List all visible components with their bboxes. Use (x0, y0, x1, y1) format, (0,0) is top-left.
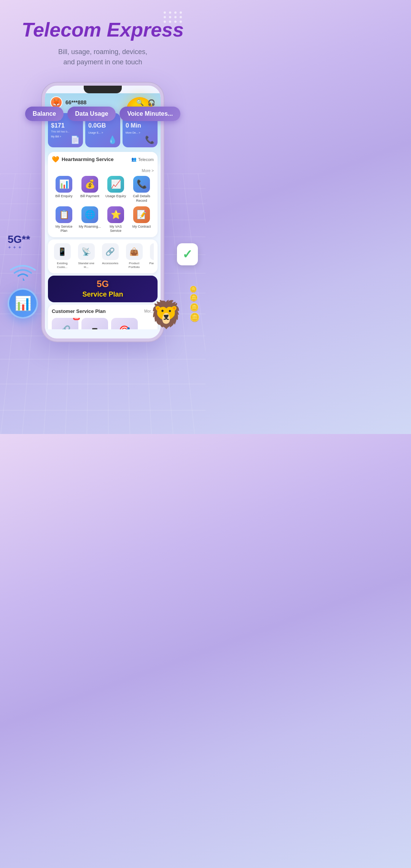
existing-customer-icon: 📱 (54, 243, 71, 260)
portfolio-label: Product Portfolio (124, 262, 145, 270)
usage-card-value: 0.0GB (88, 122, 117, 129)
product-scroll: 📱 Existing Custo... 📡 Standal one H... 🔗… (52, 243, 154, 270)
menu-item-vas-service[interactable]: ⭐ My VAS Service (104, 206, 128, 233)
standalone-icon: 📡 (78, 243, 95, 260)
service-plan-section: Customer Service Plan Mor... Hot 🔗 MyLin… (48, 305, 158, 329)
menu-item-usage-enquiry[interactable]: 📈 Usage Equiry (104, 176, 128, 203)
phone-screen: 🦊 66***888 🔍 🎧 My Bill $17 (45, 93, 161, 337)
dots-decoration (164, 11, 183, 23)
roaming-icon: 🌐 (81, 206, 98, 223)
app-icon-circle[interactable]: 📊 (8, 288, 38, 319)
hot-badge: Hot (73, 318, 80, 320)
standalone-label: Standal one H... (76, 262, 97, 270)
section-title-group: 🧡 Heartwarming Service (52, 156, 114, 163)
call-details-icon: 📞 (133, 176, 150, 193)
usage-card-label: Usage Enquiry (88, 117, 117, 121)
plan-items: Hot 🔗 MyLink 📱 🎯 M... (52, 318, 154, 329)
usage-card-icon: 💧 (108, 135, 117, 144)
voice-card-label: Nov Voice M... (126, 117, 155, 121)
bill-enquiry-label: Bill Enquiry (55, 194, 72, 199)
service-plan-icon: 📋 (56, 206, 72, 223)
existing-customer-label: Existing Custo... (52, 262, 73, 270)
contract-label: My Contract (132, 225, 151, 229)
menu-item-bill-payment[interactable]: 💰 Bill Payment (78, 176, 102, 203)
wifi-icon (8, 262, 38, 284)
bill-card-label: My Bill (51, 117, 80, 121)
product-portfolio[interactable]: 👜 Product Portfolio (124, 243, 145, 270)
voice-card-icon: 📞 (145, 135, 155, 144)
call-details-label: Call Details Record (129, 194, 154, 203)
bill-enquiry-icon: 📊 (56, 176, 72, 193)
checkmark-decoration: ✓ (177, 243, 198, 265)
balance-card-usage[interactable]: Usage Enquiry 0.0GB Usage E... > 💧 (85, 113, 120, 147)
balance-card-voice[interactable]: Nov Voice M... 0 Min More De... > 📞 (123, 113, 158, 147)
product-existing-customer[interactable]: 📱 Existing Custo... (52, 243, 73, 270)
phone-notch (84, 86, 122, 93)
product-standalone[interactable]: 📡 Standal one H... (76, 243, 97, 270)
phone-frame: 🦊 66***888 🔍 🎧 My Bill $17 (42, 83, 164, 341)
voice-card-value: 0 Min (126, 122, 155, 129)
hero-section: Telecom Express Bill, usage, roaming, de… (0, 0, 206, 79)
search-icon[interactable]: 🔍 (136, 99, 144, 106)
wifi-decoration: 📊 (8, 262, 38, 319)
telecom-icon: 👥 (131, 157, 137, 162)
usage-enquiry-label: Usage Equiry (105, 194, 126, 199)
bill-card-sub: This bill has b... (51, 130, 80, 133)
balance-card-bill[interactable]: My Bill $171 This bill has b... My Bill … (48, 113, 83, 147)
fiveg-plan-title: 5G Service Plan (82, 279, 123, 298)
menu-grid: 📊 Bill Enquiry 💰 Bill Payment 📈 Usage Eq… (52, 176, 154, 233)
section-header: 🧡 Heartwarming Service 👥 Telecom (52, 156, 154, 163)
accessories-icon: 🔗 (102, 243, 119, 260)
fiveg-stars: ✦ ✦ ✦ (8, 245, 30, 250)
menu-item-bill-enquiry[interactable]: 📊 Bill Enquiry (52, 176, 76, 203)
menu-item-call-details[interactable]: 📞 Call Details Record (129, 176, 154, 203)
voice-card-link[interactable]: More De... > (126, 131, 155, 134)
product-pandset[interactable]: 📋 Pandset Pre-o... (148, 243, 154, 270)
mascot-character: 🦁 (150, 299, 183, 330)
headset-icon[interactable]: 🎧 (148, 99, 155, 106)
pandset-label: Pandset Pre-o... (148, 262, 154, 270)
bill-payment-icon: 💰 (81, 176, 98, 193)
roaming-label: My Roaming... (79, 225, 101, 229)
hero-subtitle: Bill, usage, roaming, devices, and payme… (11, 47, 194, 67)
balance-cards-row: My Bill $171 This bill has b... My Bill … (45, 111, 161, 150)
plan-card-3[interactable]: 🎯 M... (111, 318, 138, 329)
phone-number: 66***888 (65, 99, 86, 105)
page-wrapper: Telecom Express Bill, usage, roaming, de… (0, 0, 206, 434)
heartwarming-title: Heartwarming Service (62, 156, 114, 162)
pandset-icon: 📋 (150, 243, 154, 260)
menu-item-roaming[interactable]: 🌐 My Roaming... (78, 206, 102, 233)
app-header: 🦊 66***888 🔍 🎧 (45, 93, 161, 111)
menu-item-contract[interactable]: 📝 My Contract (129, 206, 154, 233)
usage-enquiry-icon: 📈 (107, 176, 124, 193)
product-accessories[interactable]: 🔗 Accessories (100, 243, 121, 270)
heart-icon: 🧡 (52, 156, 59, 163)
service-plan-label: My Service Plan (52, 225, 76, 233)
menu-item-service-plan[interactable]: 📋 My Service Plan (52, 206, 76, 233)
phone-content: 🦊 66***888 🔍 🎧 My Bill $17 (45, 93, 161, 329)
usage-card-link[interactable]: Usage E... > (88, 131, 117, 134)
vas-service-icon: ⭐ (107, 206, 124, 223)
avatar: 🦊 (50, 96, 62, 108)
vas-service-label: My VAS Service (104, 225, 128, 233)
coins-decoration: 🪙 🪙 🪙 🪙 (190, 286, 200, 322)
product-section: 📱 Existing Custo... 📡 Standal one H... 🔗… (48, 239, 158, 273)
telecom-tab[interactable]: 👥 Telecom (131, 157, 154, 162)
heartwarming-section: 🧡 Heartwarming Service 👥 Telecom More > (48, 152, 158, 237)
contract-icon: 📝 (133, 206, 150, 223)
fiveg-plan-banner[interactable]: 5G Service Plan (48, 276, 158, 302)
accessories-label: Accessories (102, 262, 118, 265)
fiveg-large-badge: 5G** ✦ ✦ ✦ (8, 234, 30, 250)
bill-payment-label: Bill Payment (80, 194, 99, 199)
bill-card-value: $171 (51, 122, 80, 129)
plan-card-mylink[interactable]: Hot 🔗 MyLink (52, 318, 78, 329)
plan-title: Customer Service Plan (52, 308, 106, 314)
header-icons: 🔍 🎧 (136, 99, 155, 106)
more-link[interactable]: More > (142, 169, 154, 173)
portfolio-icon: 👜 (126, 243, 143, 260)
bill-card-icon: 📄 (70, 135, 80, 144)
fiveg-text: 5G** (8, 234, 30, 245)
plan-header: Customer Service Plan Mor... (52, 308, 154, 314)
plan-card-2[interactable]: 📱 (81, 318, 108, 329)
phone-wrapper: 🦊 66***888 🔍 🎧 My Bill $17 (0, 83, 206, 341)
